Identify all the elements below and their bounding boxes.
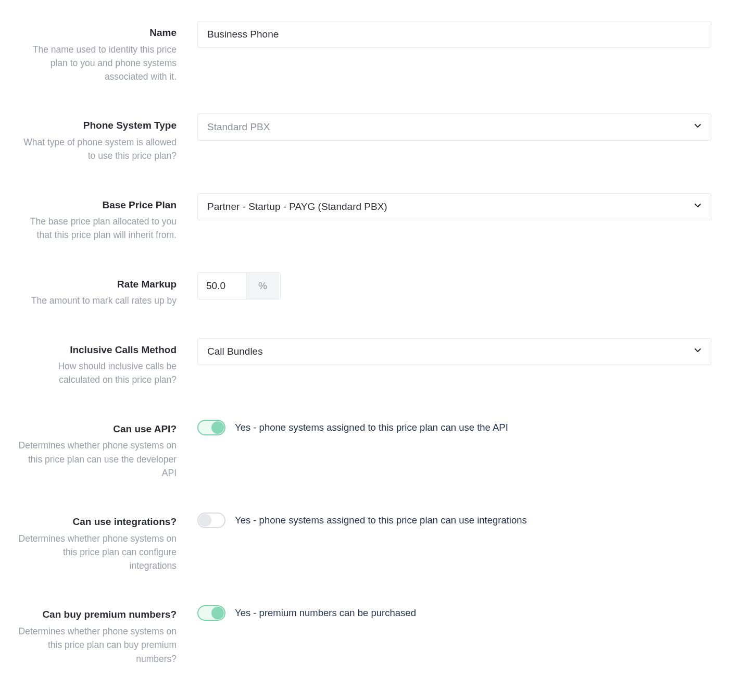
label-col: Phone System Type What type of phone sys… (18, 114, 177, 162)
rate-markup-input[interactable] (198, 273, 246, 299)
row-phone-system-type: Phone System Type What type of phone sys… (18, 114, 711, 162)
select-value: Partner - Startup - PAYG (Standard PBX) (197, 193, 711, 220)
phone-system-type-label: Phone System Type (18, 119, 177, 132)
base-price-plan-label: Base Price Plan (18, 198, 177, 212)
name-desc: The name used to identity this price pla… (18, 43, 177, 84)
phone-system-type-select[interactable]: Standard PBX (197, 114, 711, 141)
rate-markup-group: % (197, 272, 281, 299)
inclusive-calls-desc: How should inclusive calls be calculated… (18, 359, 177, 387)
toggle-knob (211, 607, 224, 619)
control-col: Yes - premium numbers can be purchased (197, 603, 711, 623)
base-price-plan-select[interactable]: Partner - Startup - PAYG (Standard PBX) (197, 193, 711, 220)
row-rate-markup: Rate Markup The amount to mark call rate… (18, 272, 711, 308)
can-use-api-desc: Determines whether phone systems on this… (18, 439, 177, 480)
row-base-price-plan: Base Price Plan The base price plan allo… (18, 193, 711, 242)
control-col: Yes - phone systems assigned to this pri… (197, 510, 711, 531)
rate-markup-label: Rate Markup (18, 278, 177, 291)
inclusive-calls-select[interactable]: Call Bundles (197, 338, 711, 365)
can-use-api-toggle[interactable] (197, 420, 225, 435)
row-can-use-integrations: Can use integrations? Determines whether… (18, 510, 711, 572)
can-buy-premium-toggle[interactable] (197, 605, 225, 621)
label-col: Inclusive Calls Method How should inclus… (18, 338, 177, 387)
select-value: Call Bundles (197, 338, 711, 365)
can-use-api-text: Yes - phone systems assigned to this pri… (235, 422, 508, 433)
can-use-integrations-toggle[interactable] (197, 512, 225, 528)
control-col: Yes - phone systems assigned to this pri… (197, 417, 711, 438)
row-inclusive-calls: Inclusive Calls Method How should inclus… (18, 338, 711, 387)
control-col: Standard PBX (197, 114, 711, 141)
control-col: % (197, 272, 711, 299)
label-col: Can use API? Determines whether phone sy… (18, 417, 177, 480)
can-buy-premium-text: Yes - premium numbers can be purchased (235, 607, 416, 619)
toggle-row: Yes - phone systems assigned to this pri… (197, 417, 711, 438)
can-use-api-label: Can use API? (18, 422, 177, 436)
rate-markup-unit: % (246, 273, 279, 299)
can-buy-premium-desc: Determines whether phone systems on this… (18, 624, 177, 666)
name-label: Name (18, 26, 177, 40)
label-col: Rate Markup The amount to mark call rate… (18, 272, 177, 308)
toggle-row: Yes - premium numbers can be purchased (197, 603, 711, 623)
can-use-integrations-desc: Determines whether phone systems on this… (18, 532, 177, 573)
toggle-knob (199, 514, 211, 527)
label-col: Can use integrations? Determines whether… (18, 510, 177, 572)
label-col: Name The name used to identity this pric… (18, 21, 177, 83)
label-col: Base Price Plan The base price plan allo… (18, 193, 177, 242)
inclusive-calls-label: Inclusive Calls Method (18, 343, 177, 357)
row-can-use-api: Can use API? Determines whether phone sy… (18, 417, 711, 480)
toggle-row: Yes - phone systems assigned to this pri… (197, 510, 711, 531)
control-col: Call Bundles (197, 338, 711, 365)
name-input[interactable] (197, 21, 711, 48)
select-value: Standard PBX (197, 114, 711, 141)
rate-markup-desc: The amount to mark call rates up by (18, 294, 177, 307)
toggle-knob (211, 421, 224, 434)
can-use-integrations-text: Yes - phone systems assigned to this pri… (235, 515, 527, 526)
can-buy-premium-label: Can buy premium numbers? (18, 608, 177, 621)
phone-system-type-desc: What type of phone system is allowed to … (18, 135, 177, 163)
control-col: Partner - Startup - PAYG (Standard PBX) (197, 193, 711, 220)
row-name: Name The name used to identity this pric… (18, 21, 711, 83)
can-use-integrations-label: Can use integrations? (18, 515, 177, 529)
control-col (197, 21, 711, 48)
base-price-plan-desc: The base price plan allocated to you tha… (18, 215, 177, 242)
label-col: Can buy premium numbers? Determines whet… (18, 603, 177, 665)
row-can-buy-premium: Can buy premium numbers? Determines whet… (18, 603, 711, 665)
